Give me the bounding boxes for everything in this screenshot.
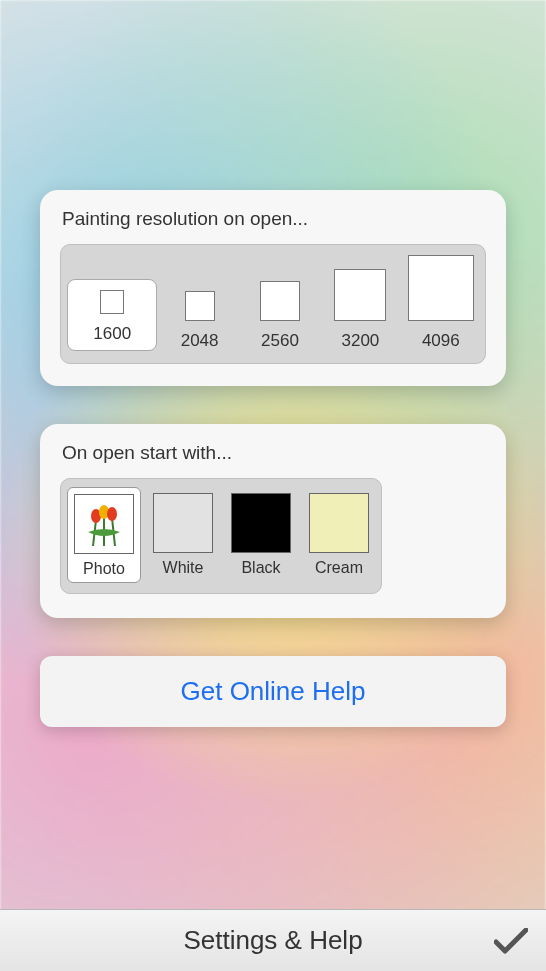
resolution-label: 2048 — [181, 331, 219, 351]
resolution-option-4096[interactable]: 4096 — [401, 255, 481, 351]
done-button[interactable] — [494, 928, 528, 954]
start-option-white[interactable]: White — [147, 487, 219, 583]
start-option-label: Cream — [315, 559, 363, 577]
resolution-card: Painting resolution on open... 1600 2048… — [40, 190, 506, 386]
start-option-label: Black — [241, 559, 280, 577]
bottom-toolbar: Settings & Help — [0, 909, 546, 971]
resolution-label: 3200 — [342, 331, 380, 351]
start-option-photo[interactable]: Photo — [67, 487, 141, 583]
svg-point-6 — [107, 507, 117, 521]
resolution-preview-box — [408, 255, 474, 321]
resolution-label: 4096 — [422, 331, 460, 351]
get-online-help-button[interactable]: Get Online Help — [40, 656, 506, 727]
toolbar-title: Settings & Help — [183, 925, 362, 956]
resolution-preview-box — [100, 290, 124, 314]
tulips-icon — [78, 498, 130, 550]
resolution-title: Painting resolution on open... — [62, 208, 486, 230]
checkmark-icon — [494, 928, 528, 954]
start-option-label: Photo — [83, 560, 125, 578]
start-with-card: On open start with... Photo — [40, 424, 506, 618]
cream-swatch — [309, 493, 369, 553]
photo-thumbnail — [74, 494, 134, 554]
resolution-option-2560[interactable]: 2560 — [240, 281, 320, 351]
black-swatch — [231, 493, 291, 553]
start-option-cream[interactable]: Cream — [303, 487, 375, 583]
resolution-option-3200[interactable]: 3200 — [320, 269, 400, 351]
resolution-option-1600[interactable]: 1600 — [67, 279, 157, 351]
resolution-label: 2560 — [261, 331, 299, 351]
resolution-option-2048[interactable]: 2048 — [159, 291, 239, 351]
start-option-label: White — [163, 559, 204, 577]
resolution-options: 1600 2048 2560 3200 4096 — [60, 244, 486, 364]
white-swatch — [153, 493, 213, 553]
resolution-preview-box — [260, 281, 300, 321]
start-option-black[interactable]: Black — [225, 487, 297, 583]
resolution-preview-box — [185, 291, 215, 321]
resolution-preview-box — [334, 269, 386, 321]
start-with-title: On open start with... — [62, 442, 486, 464]
resolution-label: 1600 — [93, 324, 131, 344]
start-with-options: Photo White Black Cream — [60, 478, 382, 594]
